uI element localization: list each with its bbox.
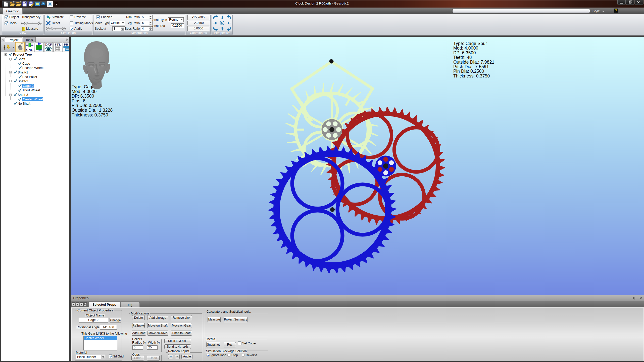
svg-text:PR: PR: [64, 43, 68, 46]
svg-text:{: {: [4, 44, 6, 51]
svg-text:4th: 4th: [38, 48, 42, 52]
svg-text:DXF: DXF: [45, 43, 52, 46]
svg-text:CNC: CNC: [26, 48, 33, 52]
svg-text:STL: STL: [55, 43, 61, 46]
